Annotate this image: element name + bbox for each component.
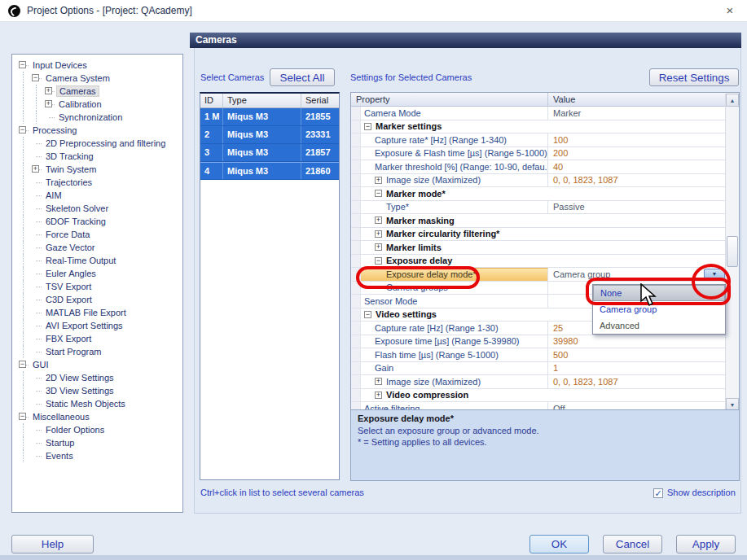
camera-row-2[interactable]: 2Miqus M323331: [200, 126, 339, 144]
tree-item-camera-system[interactable]: −Camera System: [15, 72, 181, 85]
tree-item-2d-view-settings[interactable]: 2D View Settings: [15, 371, 181, 384]
value-cell[interactable]: 500: [548, 348, 727, 361]
value-cell[interactable]: Camera group▼: [548, 268, 727, 281]
tree-item-cameras[interactable]: +Cameras: [15, 85, 181, 98]
column-header-property[interactable]: Property: [351, 93, 548, 106]
tree-expand-toggle[interactable]: −: [29, 72, 42, 85]
camera-row-4[interactable]: 4Miqus M321860: [200, 162, 339, 180]
tree-item-trajectories[interactable]: Trajectories: [15, 176, 181, 189]
tree-item-matlab-file-export[interactable]: MATLAB File Export: [15, 306, 181, 319]
expand-icon[interactable]: +: [375, 243, 382, 251]
tree-expand-toggle[interactable]: +: [42, 98, 55, 111]
expand-icon[interactable]: +: [375, 378, 382, 385]
ok-button[interactable]: OK: [529, 535, 589, 553]
tree-item-folder-options[interactable]: Folder Options: [15, 423, 181, 436]
dropdown-item-none[interactable]: None: [593, 285, 725, 301]
collapse-icon[interactable]: −: [364, 123, 371, 130]
tree-expand-toggle[interactable]: +: [42, 85, 55, 98]
tree-expand-toggle[interactable]: +: [29, 163, 42, 176]
help-button[interactable]: Help: [11, 535, 94, 553]
property-row-flash-time-s-range-5-1000[interactable]: Flash time [µs] (Range 5-1000)500: [351, 348, 727, 362]
collapse-icon[interactable]: −: [364, 311, 371, 318]
camera-row-1[interactable]: 1 MMiqus M321855: [200, 108, 339, 126]
collapse-icon[interactable]: −: [19, 126, 26, 133]
value-cell[interactable]: 200: [548, 147, 727, 160]
tree-item-start-program[interactable]: Start Program: [15, 345, 181, 358]
tree-item-6dof-tracking[interactable]: 6DOF Tracking: [15, 215, 181, 228]
exposure-delay-mode-dropdown-button[interactable]: ▼: [704, 269, 725, 280]
property-group-video-compression[interactable]: +Video compression: [351, 389, 727, 403]
tree-item-gaze-vector[interactable]: Gaze Vector: [15, 241, 181, 254]
expand-icon[interactable]: +: [32, 165, 39, 173]
tree-item-startup[interactable]: Startup: [15, 436, 181, 449]
tree-item-c3d-export[interactable]: C3D Export: [15, 293, 181, 306]
tree-item-twin-system[interactable]: +Twin System: [15, 163, 181, 176]
tree-item-2d-preprocessing-and-filtering[interactable]: 2D Preprocessing and filtering: [15, 137, 181, 150]
collapse-icon[interactable]: −: [375, 190, 382, 197]
value-cell[interactable]: Passive: [548, 201, 727, 214]
camera-row-3[interactable]: 3Miqus M321857: [200, 144, 339, 162]
tree-item-static-mesh-objects[interactable]: Static Mesh Objects: [15, 397, 181, 410]
collapse-icon[interactable]: −: [19, 61, 26, 68]
property-row-exposure-delay-mode[interactable]: Exposure delay mode*Camera group▼: [351, 268, 727, 282]
tree-item-3d-tracking[interactable]: 3D Tracking: [15, 150, 181, 163]
tree-item-synchronization[interactable]: Synchronization: [15, 111, 181, 124]
tree-item-calibration[interactable]: +Calibration: [15, 98, 181, 111]
property-row-camera-mode[interactable]: Camera ModeMarker: [351, 107, 727, 120]
scrollbar-thumb[interactable]: [727, 236, 738, 267]
dropdown-item-camera-group[interactable]: Camera group: [593, 301, 725, 317]
property-row-gain[interactable]: Gain1: [351, 362, 727, 376]
close-icon[interactable]: ×: [721, 2, 739, 20]
reset-settings-button[interactable]: Reset Settings: [649, 68, 739, 86]
property-group-marker-mode[interactable]: −Marker mode*: [351, 187, 727, 201]
column-header-value[interactable]: Value: [548, 93, 739, 106]
property-group-marker-masking[interactable]: +Marker masking: [351, 214, 727, 228]
tree-item-miscellaneous[interactable]: −Miscellaneous: [15, 410, 181, 423]
column-header-id[interactable]: ID: [200, 94, 223, 107]
value-cell[interactable]: Marker: [548, 107, 727, 120]
tree-item-gui[interactable]: −GUI: [15, 358, 181, 371]
dropdown-item-advanced[interactable]: Advanced: [593, 317, 725, 334]
expand-icon[interactable]: +: [375, 230, 382, 238]
tree-item-processing[interactable]: −Processing: [15, 124, 181, 137]
value-cell[interactable]: 1: [548, 362, 727, 375]
property-group-marker-limits[interactable]: +Marker limits: [351, 241, 727, 255]
tree-expand-toggle[interactable]: −: [15, 59, 29, 72]
expand-icon[interactable]: +: [45, 100, 52, 107]
property-row-image-size-maximized[interactable]: +Image size (Maximized)0, 0, 1823, 1087: [351, 375, 727, 389]
property-row-exposure-flash-time-s-range-5-1000[interactable]: Exposure & Flash time [µs] (Range 5-1000…: [351, 147, 727, 161]
tree-item-aim[interactable]: AIM: [15, 189, 181, 202]
tree-item-euler-angles[interactable]: Euler Angles: [15, 267, 181, 280]
tree-expand-toggle[interactable]: −: [15, 358, 29, 371]
collapse-icon[interactable]: −: [19, 361, 26, 368]
expand-icon[interactable]: +: [375, 177, 382, 184]
cancel-button[interactable]: Cancel: [603, 535, 662, 553]
expand-icon[interactable]: +: [45, 87, 52, 94]
expand-icon[interactable]: +: [375, 392, 382, 399]
tree-item-force-data[interactable]: Force Data: [15, 228, 181, 241]
show-description-checkbox[interactable]: ✓: [653, 488, 663, 498]
tree-item-skeleton-solver[interactable]: Skeleton Solver: [15, 202, 181, 215]
collapse-icon[interactable]: −: [19, 413, 26, 420]
property-row-image-size-maximized[interactable]: +Image size (Maximized)0, 0, 1823, 1087: [351, 174, 727, 188]
value-cell[interactable]: 0, 0, 1823, 1087: [548, 375, 727, 388]
column-header-type[interactable]: Type: [223, 94, 301, 107]
scrollbar[interactable]: ▲ ▼: [725, 94, 739, 411]
tree-expand-toggle[interactable]: −: [15, 124, 29, 137]
column-header-serial[interactable]: Serial: [301, 94, 339, 107]
value-cell[interactable]: 39980: [548, 335, 727, 348]
property-group-marker-circularity-filtering[interactable]: +Marker circularity filtering*: [351, 228, 727, 242]
tree-item-input-devices[interactable]: −Input Devices: [15, 59, 181, 72]
tree-expand-toggle[interactable]: −: [15, 410, 29, 423]
property-row-exposure-time-s-range-5-39980[interactable]: Exposure time [µs] (Range 5-39980)39980: [351, 335, 727, 349]
property-row-marker-threshold-range-10-90-defau[interactable]: Marker threshold [%] (Range: 10-90, defa…: [351, 160, 727, 174]
tree-item-fbx-export[interactable]: FBX Export: [15, 332, 181, 345]
collapse-icon[interactable]: −: [32, 74, 39, 81]
tree-item-3d-view-settings[interactable]: 3D View Settings: [15, 384, 181, 397]
value-cell[interactable]: 0, 0, 1823, 1087: [548, 174, 727, 187]
apply-button[interactable]: Apply: [676, 535, 736, 553]
select-all-button[interactable]: Select All: [270, 68, 335, 86]
property-row-capture-rate-hz-range-1-340[interactable]: Capture rate* [Hz] (Range 1-340)100: [351, 133, 727, 147]
tree-item-events[interactable]: Events: [15, 449, 181, 462]
expand-icon[interactable]: +: [375, 217, 382, 224]
